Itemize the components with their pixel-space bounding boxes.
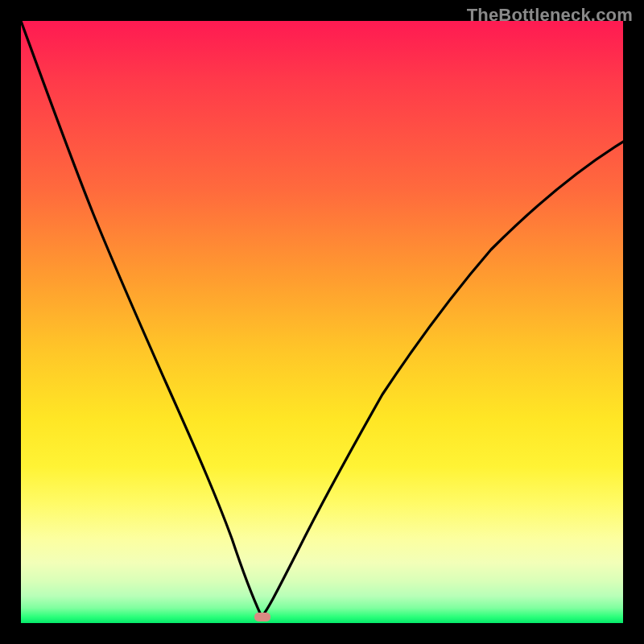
plot-area [21, 21, 623, 623]
watermark-text: TheBottleneck.com [467, 5, 633, 26]
chart-frame: TheBottleneck.com [0, 0, 644, 644]
optimal-point-marker [254, 613, 270, 621]
bottleneck-curve [21, 21, 623, 623]
